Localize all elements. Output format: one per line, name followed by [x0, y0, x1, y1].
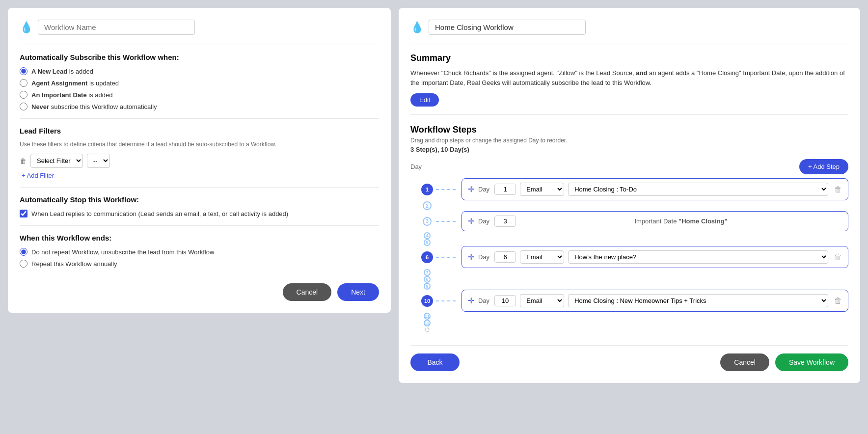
connector-10: [436, 300, 456, 301]
auto-subscribe-title: Automatically Subscribe this Workflow wh…: [20, 53, 379, 61]
dot-container-7: 7: [420, 269, 434, 276]
step-card-6: ✛ Day Email How's the new place? 🗑: [461, 246, 848, 268]
timeline-row-11: 11: [420, 313, 848, 320]
option-never-radio[interactable]: [20, 103, 27, 110]
divider-1: [20, 45, 379, 45]
option-new-lead-radio[interactable]: [20, 67, 27, 75]
right-drop-icon: 💧: [410, 21, 424, 34]
timeline-row-end: [420, 326, 848, 333]
timeline-row-5: 5: [420, 239, 848, 246]
option-never-label: Never subscribe this Workflow automatica…: [31, 103, 157, 110]
dot-container-12: 12: [420, 320, 434, 326]
step-card-3: ✛ Day Important Date "Home Closing": [461, 211, 848, 231]
day-input-10[interactable]: [494, 295, 516, 306]
option-agent-assignment-label: Agent Assignment is updated: [31, 80, 119, 87]
day-dot-11: 11: [424, 313, 431, 320]
step-type-6[interactable]: Email: [520, 250, 564, 264]
step-type-1[interactable]: Email: [520, 183, 564, 196]
lead-filters-sub: Use these filters to define criteria tha…: [20, 141, 379, 148]
day-input-1[interactable]: [494, 184, 516, 195]
timeline: 1 ✛ Day Email Home Closing : To-Do 🗑: [410, 178, 848, 333]
day-dot-7: 7: [424, 269, 431, 276]
ends-option-2: Repeat this Workflow annually: [20, 260, 379, 268]
save-workflow-button[interactable]: Save Workflow: [775, 353, 848, 371]
step-template-1[interactable]: Home Closing : To-Do: [568, 183, 828, 196]
ends-no-repeat-label: Do not repeat Workflow, unsubscribe the …: [31, 248, 214, 256]
drag-handle-3[interactable]: ✛: [468, 217, 474, 226]
select-filter-dropdown[interactable]: Select Filter: [30, 154, 83, 168]
timeline-row-2: 2: [420, 201, 848, 210]
day-input-6[interactable]: [494, 251, 516, 263]
right-divider-2: [410, 114, 848, 115]
workflow-name-input[interactable]: [38, 20, 195, 35]
auto-stop-title: Automatically Stop this Workflow:: [20, 195, 379, 204]
ends-option-1: Do not repeat Workflow, unsubscribe the …: [20, 248, 379, 256]
dot-container-11: 11: [420, 313, 434, 320]
day-label-3: Day: [478, 217, 489, 225]
step-delete-10[interactable]: 🗑: [834, 297, 842, 305]
dot-container-end: [420, 327, 434, 332]
summary-title: Summary: [410, 53, 848, 63]
filter-trash-icon[interactable]: 🗑: [20, 157, 27, 165]
day-dot-4: 4: [424, 232, 431, 239]
back-button[interactable]: Back: [410, 353, 460, 371]
drag-handle-1[interactable]: ✛: [468, 185, 474, 194]
summary-text: Whenever "Chuck Richards" is the assigne…: [410, 68, 848, 87]
divider-3: [20, 187, 379, 188]
step-card-10: ✛ Day Email Home Closing : New Homeowner…: [461, 290, 848, 312]
right-workflow-name-input[interactable]: [429, 20, 586, 35]
day-dot-8: 8: [424, 276, 431, 283]
cancel-button[interactable]: Cancel: [283, 283, 332, 301]
auto-stop-label: When Lead replies to communication (Lead…: [31, 210, 288, 217]
ends-repeat-annually-radio[interactable]: [20, 260, 27, 268]
workflow-ends-section: When this Workflow ends: Do not repeat W…: [20, 234, 379, 268]
dot-container-3: 3: [420, 217, 434, 226]
day-dot-3: 3: [423, 217, 432, 226]
divider-4: [20, 225, 379, 226]
option-important-date-radio[interactable]: [20, 91, 27, 99]
option-agent-assignment-radio[interactable]: [20, 79, 27, 87]
drag-handle-6[interactable]: ✛: [468, 252, 474, 262]
select-filter-secondary[interactable]: --: [87, 154, 110, 168]
step-template-10[interactable]: Home Closing : New Homeowner Tips + Tric…: [568, 294, 828, 307]
add-step-button[interactable]: + Add Step: [799, 159, 848, 174]
timeline-row-1: 1 ✛ Day Email Home Closing : To-Do 🗑: [420, 178, 848, 200]
dot-container-10: 10: [420, 295, 434, 307]
auto-stop-section: Automatically Stop this Workflow: When L…: [20, 195, 379, 217]
workflow-steps-section: Workflow Steps Drag and drop steps or ch…: [410, 125, 848, 333]
timeline-row-9: 9: [420, 283, 848, 290]
connector-3: [436, 221, 456, 222]
drop-icon: 💧: [20, 21, 33, 34]
dot-container-1: 1: [420, 184, 434, 195]
day-dot-6: 6: [421, 251, 433, 263]
step-delete-1[interactable]: 🗑: [834, 185, 842, 194]
timeline-row-3: 3 ✛ Day Important Date "Home Closing": [420, 211, 848, 231]
steps-sub: Drag and drop steps or change the assign…: [410, 137, 848, 144]
step-type-10[interactable]: Email: [520, 294, 564, 307]
option-row-1: A New Lead is added: [20, 67, 379, 75]
connector-1: [436, 189, 456, 190]
ends-no-repeat-radio[interactable]: [20, 248, 27, 256]
right-divider-1: [410, 45, 848, 45]
timeline-row-12: 12: [420, 320, 848, 326]
edit-button[interactable]: Edit: [410, 93, 439, 107]
add-filter-link[interactable]: + Add Filter: [22, 172, 379, 179]
option-row-3: An Important Date is added: [20, 91, 379, 99]
auto-stop-checkbox[interactable]: [20, 210, 27, 217]
step-delete-6[interactable]: 🗑: [834, 253, 842, 262]
day-label-6: Day: [478, 253, 489, 261]
timeline-row-6: 6 ✛ Day Email How's the new place? 🗑: [420, 246, 848, 268]
left-buttons-row: Cancel Next: [20, 283, 379, 301]
filter-row: 🗑 Select Filter --: [20, 154, 379, 168]
drag-handle-10[interactable]: ✛: [468, 296, 474, 305]
day-dot-end: [425, 327, 430, 332]
option-new-lead-label: A New Lead is added: [31, 68, 93, 75]
right-cancel-button[interactable]: Cancel: [720, 353, 769, 371]
workflow-ends-title: When this Workflow ends:: [20, 234, 379, 242]
day-input-3[interactable]: [494, 216, 516, 227]
option-row-2: Agent Assignment is updated: [20, 79, 379, 87]
right-workflow-header: 💧: [410, 20, 848, 35]
left-panel: 💧 Automatically Subscribe this Workflow …: [8, 8, 391, 313]
step-template-6[interactable]: How's the new place?: [568, 250, 828, 264]
next-button[interactable]: Next: [337, 283, 379, 301]
